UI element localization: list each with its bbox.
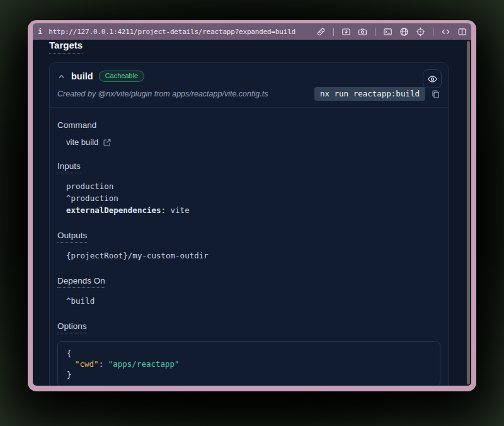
depends-on-heading[interactable]: Depends On xyxy=(57,276,105,288)
command-value-row: vite build xyxy=(57,137,440,147)
input-item: production xyxy=(66,180,440,192)
depends-on-list: ^build xyxy=(57,295,440,307)
targets-heading[interactable]: Targets xyxy=(49,40,83,54)
created-by-row: Created by @nx/vite/plugin from apps/rea… xyxy=(50,83,448,108)
toolbar-separator xyxy=(375,28,375,36)
target-card-build: build Cacheable Created by @nx/vite/plug… xyxy=(49,62,449,386)
created-by-text: Created by @nx/vite/plugin from apps/rea… xyxy=(57,89,309,98)
inputs-section: Inputs production ^production externalDe… xyxy=(57,160,440,216)
page-content: Targets build Cacheable Created by @nx/v… xyxy=(33,40,471,386)
outputs-section: Outputs {projectRoot}/my-custom-outdir xyxy=(57,229,440,262)
view-target-button[interactable] xyxy=(423,69,442,88)
json-colon: : xyxy=(99,359,108,369)
outputs-heading[interactable]: Outputs xyxy=(57,231,87,243)
json-line-open: { xyxy=(67,348,431,359)
copy-icon[interactable] xyxy=(431,89,440,99)
command-heading: Command xyxy=(57,120,96,130)
run-command-chip: nx run reactapp:build xyxy=(314,87,425,101)
options-heading[interactable]: Options xyxy=(57,321,87,333)
depends-on-section: Depends On ^build xyxy=(57,275,440,307)
code-icon[interactable] xyxy=(440,26,451,37)
target-name: build xyxy=(71,71,93,81)
input-item-key: externalDependencies xyxy=(66,205,161,215)
toolbar-separator xyxy=(433,28,433,36)
input-item-value: : vite xyxy=(161,205,190,215)
info-icon: i xyxy=(37,27,43,36)
json-line-close: } xyxy=(67,369,431,380)
output-item: {projectRoot}/my-custom-outdir xyxy=(66,250,440,262)
scrollbar-track[interactable] xyxy=(465,40,471,386)
link-icon[interactable] xyxy=(316,26,326,37)
inputs-heading[interactable]: Inputs xyxy=(57,161,81,173)
options-json-block: { "cwd": "apps/reactapp" } xyxy=(57,341,440,386)
input-item: ^production xyxy=(66,192,440,204)
globe-icon[interactable] xyxy=(399,26,410,37)
toolbar-actions xyxy=(316,26,467,37)
download-icon[interactable] xyxy=(341,26,352,37)
command-section: Command vite build xyxy=(57,119,440,147)
terminal-icon[interactable] xyxy=(382,26,393,37)
browser-toolbar: i http://127.0.0.1:4211/project-details/… xyxy=(33,23,471,40)
json-key: "cwd" xyxy=(75,359,99,369)
scrollbar-thumb[interactable] xyxy=(467,41,470,384)
build-header[interactable]: build Cacheable xyxy=(50,63,448,83)
outputs-list: {projectRoot}/my-custom-outdir xyxy=(57,250,440,262)
json-value: "apps/reactapp" xyxy=(108,359,180,369)
split-view-icon[interactable] xyxy=(457,26,467,37)
url-input[interactable]: http://127.0.0.1:4211/project-details/re… xyxy=(49,28,311,36)
input-item: externalDependencies: vite xyxy=(66,204,440,216)
inputs-list: production ^production externalDependenc… xyxy=(57,180,440,216)
depends-on-item: ^build xyxy=(66,295,440,307)
build-details: Command vite build Inputs production xyxy=(50,108,448,386)
toolbar-separator xyxy=(333,28,334,36)
chevron-up-icon[interactable] xyxy=(57,72,66,81)
target-icon[interactable] xyxy=(415,26,426,37)
external-link-icon[interactable] xyxy=(103,138,112,147)
json-line-cwd: "cwd": "apps/reactapp" xyxy=(67,359,431,369)
options-section: Options { "cwd": "apps/reactapp" } xyxy=(57,320,440,386)
browser-window: i http://127.0.0.1:4211/project-details/… xyxy=(28,20,476,391)
command-value: vite build xyxy=(66,137,98,147)
cacheable-badge: Cacheable xyxy=(99,71,145,82)
camera-icon[interactable] xyxy=(357,26,368,37)
